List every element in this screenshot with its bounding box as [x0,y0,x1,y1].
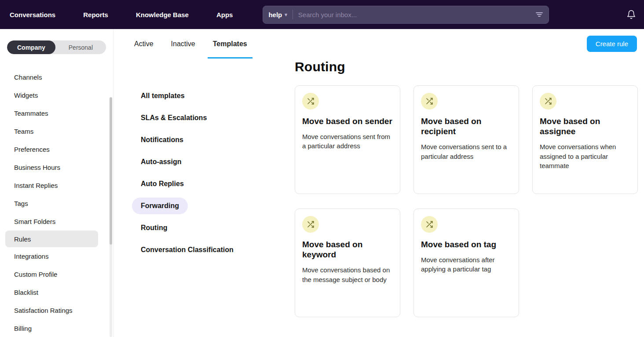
nav-apps[interactable]: Apps [216,11,233,18]
section-title: Routing [295,59,638,74]
templates-section: Routing Move based on sender Move conver… [295,59,638,337]
card-title: Move based on tag [421,239,512,249]
sidebar-scrollbar-thumb[interactable] [110,97,112,245]
sidebar-item-blacklist[interactable]: Blacklist [0,283,113,301]
card-description: Move conversations sent to a particular … [421,142,512,161]
category-auto-replies[interactable]: Auto Replies [132,176,193,192]
sidebar-item-billing[interactable]: Billing [0,319,113,337]
toggle-personal[interactable]: Personal [55,40,106,54]
nav-knowledge-base[interactable]: Knowledge Base [136,11,189,18]
category-forwarding[interactable]: Forwarding [132,198,188,214]
category-all-templates[interactable]: All templates [132,88,194,104]
filter-icon[interactable] [535,11,543,18]
sidebar-item-rules[interactable]: Rules [5,231,98,247]
sidebar-item-widgets[interactable]: Widgets [0,86,113,104]
templates-content: All templates SLAs & Escalations Notific… [113,59,644,337]
sidebar-item-custom-profile[interactable]: Custom Profile [0,265,113,283]
sidebar-item-teams[interactable]: Teams [0,122,113,140]
search-input[interactable] [298,11,532,18]
company-personal-toggle: Company Personal [7,40,106,54]
template-card-grid: Move based on sender Move conversations … [295,85,638,317]
nav-conversations[interactable]: Conversations [10,11,55,18]
toggle-company[interactable]: Company [7,40,55,54]
card-description: Move conversations after applying a part… [421,255,512,274]
sidebar-item-list: Channels Widgets Teammates Teams Prefere… [0,68,113,337]
main-panel: Active Inactive Templates Create rule Al… [113,29,644,337]
tab-active[interactable]: Active [134,29,154,59]
card-title: Move based on sender [302,116,393,126]
card-description: Move conversations based on the message … [302,265,393,284]
top-nav-items: Conversations Reports Knowledge Base App… [10,11,233,18]
shuffle-icon [302,216,319,233]
sidebar-item-satisfaction-ratings[interactable]: Satisfaction Ratings [0,301,113,319]
notifications-bell-icon[interactable] [626,10,636,19]
sidebar-item-smart-folders[interactable]: Smart Folders [0,212,113,231]
sidebar-item-instant-replies[interactable]: Instant Replies [0,176,113,194]
sidebar-scrollbar-track [110,97,112,337]
chevron-down-icon: ▾ [285,12,287,18]
sidebar-item-integrations[interactable]: Integrations [0,247,113,265]
template-category-list: All templates SLAs & Escalations Notific… [141,59,295,337]
card-description: Move conversations sent from a particula… [302,132,393,151]
card-description: Move conversations when assigned to a pa… [540,142,630,170]
category-auto-assign[interactable]: Auto-assign [132,154,190,170]
sidebar-item-teammates[interactable]: Teammates [0,104,113,122]
template-card-move-based-on-sender[interactable]: Move based on sender Move conversations … [295,85,400,194]
category-slas-escalations[interactable]: SLAs & Escalations [132,110,216,126]
card-title: Move based on assignee [540,116,630,136]
card-title: Move based on keyword [302,239,393,260]
top-navigation: Conversations Reports Knowledge Base App… [0,0,644,29]
create-rule-button[interactable]: Create rule [587,36,637,52]
template-card-move-based-on-keyword[interactable]: Move based on keyword Move conversations… [295,209,400,317]
nav-reports[interactable]: Reports [83,11,108,18]
category-conversation-classification[interactable]: Conversation Classification [132,242,242,258]
sidebar-item-preferences[interactable]: Preferences [0,140,113,158]
sidebar-item-channels[interactable]: Channels [0,68,113,86]
rules-tabs: Active Inactive Templates [134,29,247,59]
category-routing[interactable]: Routing [132,220,176,236]
template-card-move-based-on-tag[interactable]: Move based on tag Move conversations aft… [413,209,519,317]
rules-header: Active Inactive Templates Create rule [113,29,644,59]
template-card-move-based-on-assignee[interactable]: Move based on assignee Move conversation… [532,85,638,194]
tab-templates[interactable]: Templates [213,29,247,59]
template-card-move-based-on-recipient[interactable]: Move based on recipient Move conversatio… [413,85,519,194]
sidebar-item-business-hours[interactable]: Business Hours [0,158,113,176]
search-scope-label: help [268,11,282,18]
search-scope-dropdown[interactable]: help ▾ [268,11,287,18]
category-notifications[interactable]: Notifications [132,132,192,148]
shuffle-icon [421,93,438,110]
card-title: Move based on recipient [421,116,512,136]
search-bar[interactable]: help ▾ [263,6,549,24]
sidebar-item-tags[interactable]: Tags [0,194,113,212]
settings-sidebar: Company Personal Channels Widgets Teamma… [0,29,113,337]
search-divider [293,10,293,19]
tab-inactive[interactable]: Inactive [171,29,195,59]
shuffle-icon [302,93,319,110]
shuffle-icon [540,93,556,110]
shuffle-icon [421,216,438,233]
